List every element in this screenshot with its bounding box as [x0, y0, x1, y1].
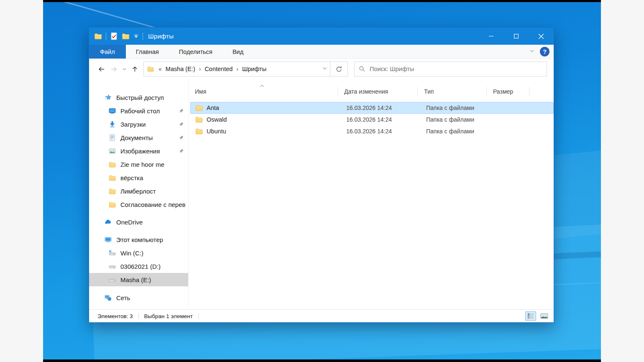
thumbnail-view-button[interactable]: [539, 311, 549, 321]
file-row-anta[interactable]: Anta 16.03.2026 14:24 Папка с файлами: [190, 102, 554, 114]
sidebar-item-label: OneDrive: [116, 219, 143, 226]
tab-home[interactable]: Главная: [126, 45, 169, 59]
close-button[interactable]: [529, 28, 554, 45]
onedrive-cloud-icon: [105, 219, 112, 226]
search-input[interactable]: [370, 66, 542, 72]
sidebar-item-label: Этот компьютер: [116, 236, 163, 243]
pictures-icon: [109, 148, 116, 155]
sidebar-item-label: Zie me hoor me: [120, 161, 164, 168]
tab-share[interactable]: Поделиться: [169, 45, 222, 59]
sidebar-item-onedrive[interactable]: OneDrive: [89, 215, 188, 229]
file-modified: 16.03.2026 14:24: [340, 116, 420, 123]
file-type: Папка с файлами: [420, 116, 489, 123]
selection-count: Выбран 1 элемент: [144, 313, 193, 319]
sidebar-item-label: Рабочий стол: [120, 107, 160, 115]
view-toggle-buttons: [525, 311, 549, 321]
ribbon-tab-strip: Файл Главная Поделиться Вид ?: [89, 45, 554, 59]
column-header-name[interactable]: Имя: [189, 87, 338, 96]
sidebar-item-documents[interactable]: Документы: [89, 131, 188, 144]
maximize-button[interactable]: [503, 28, 529, 45]
breadcrumb-drive[interactable]: Masha (E:): [164, 66, 197, 72]
sidebar-item-drive-e[interactable]: Masha (E:): [89, 273, 188, 286]
column-header-size[interactable]: Размер: [487, 87, 529, 96]
sidebar-item-folder[interactable]: Лимберлост: [89, 184, 188, 198]
sidebar-item-folder[interactable]: Согласование с перев: [89, 198, 188, 211]
address-dropdown-chevron-icon[interactable]: [322, 66, 327, 72]
ribbon-right-controls: ?: [529, 45, 549, 59]
forward-button[interactable]: [107, 63, 120, 75]
breadcrumb-current[interactable]: Шрифты: [240, 66, 268, 72]
breadcrumb-folder[interactable]: Contented: [203, 66, 234, 72]
items-count: Элементов: 3: [97, 313, 133, 319]
tab-view[interactable]: Вид: [222, 45, 253, 59]
refresh-button[interactable]: [330, 62, 348, 76]
window-content: Быстрый доступ Рабочий стол Загрузки: [89, 79, 554, 309]
quick-access-star-icon: [105, 94, 112, 101]
column-header-label: Дата изменения: [344, 88, 388, 95]
pin-icon: [179, 135, 184, 142]
sidebar-item-label: Документы: [120, 134, 153, 141]
folder-icon: [109, 161, 116, 168]
file-modified: 16.03.2026 14:24: [340, 105, 420, 111]
sidebar-item-desktop[interactable]: Рабочий стол: [89, 104, 188, 117]
address-bar-group: « Masha (E:) › Contented › Шрифты: [143, 61, 348, 76]
sidebar-item-drive-d[interactable]: 03062021 (D:): [89, 260, 188, 273]
desktop-icon: [109, 107, 116, 115]
sidebar-item-folder[interactable]: вёрстка: [89, 171, 188, 184]
help-button[interactable]: ?: [540, 47, 549, 56]
screenshot-stage: Шрифты Файл Главная Поделиться Вид: [0, 0, 644, 362]
file-row-oswald[interactable]: Oswald 16.03.2026 14:24 Папка с файлами: [190, 114, 554, 125]
file-type: Папка с файлами: [420, 128, 489, 135]
sidebar-item-label: Загрузки: [120, 121, 146, 128]
caption-buttons: [478, 28, 554, 45]
customize-toolbar-caret-icon[interactable]: [133, 33, 139, 39]
folder-icon: [195, 127, 203, 135]
sidebar-item-label: Win (C:): [120, 250, 143, 257]
tab-file[interactable]: Файл: [89, 45, 126, 59]
sidebar-item-label: вёрстка: [120, 174, 143, 181]
quick-access-toolbar: [89, 32, 143, 40]
up-button[interactable]: [128, 63, 141, 75]
column-header-type[interactable]: Тип: [418, 87, 487, 96]
back-button[interactable]: [95, 63, 107, 75]
address-bar[interactable]: « Masha (E:) › Contented › Шрифты: [144, 62, 330, 76]
sidebar-item-label: Изображения: [120, 148, 160, 155]
status-separator: [138, 313, 139, 319]
minimize-button[interactable]: [478, 28, 503, 45]
folder-icon: [195, 116, 203, 123]
sidebar-item-label: 03062021 (D:): [120, 263, 161, 270]
sidebar-item-downloads[interactable]: Загрузки: [89, 117, 188, 131]
explorer-window: Шрифты Файл Главная Поделиться Вид: [89, 27, 554, 323]
sidebar-item-quick-access[interactable]: Быстрый доступ: [89, 91, 188, 104]
folder-icon: [109, 201, 116, 208]
properties-check-icon[interactable]: [110, 32, 118, 40]
folder-icon: [109, 188, 116, 195]
sidebar-item-label: Masha (E:): [120, 276, 151, 283]
breadcrumb-separator: ›: [234, 66, 240, 72]
sidebar-item-label: Лимберлост: [120, 188, 156, 195]
sidebar-item-pictures[interactable]: Изображения: [89, 144, 188, 158]
search-box[interactable]: [354, 61, 547, 76]
sidebar-item-this-pc[interactable]: Этот компьютер: [89, 233, 188, 246]
sort-ascending-icon: [260, 82, 264, 89]
file-modified: 16.03.2026 14:24: [340, 128, 420, 135]
breadcrumb-overflow[interactable]: «: [156, 66, 164, 72]
details-view-button[interactable]: [525, 311, 536, 321]
drive-icon: [109, 276, 116, 283]
column-header-modified[interactable]: Дата изменения: [338, 87, 418, 96]
download-arrow-icon: [109, 121, 116, 128]
file-rows: Anta 16.03.2026 14:24 Папка с файлами Os…: [189, 102, 554, 137]
recent-locations-chevron-icon[interactable]: [120, 63, 128, 75]
new-folder-icon[interactable]: [122, 32, 130, 40]
toolbar-separator: [106, 33, 106, 40]
breadcrumb-separator: ›: [197, 66, 203, 72]
sidebar-item-drive-c[interactable]: Win (C:): [89, 246, 188, 260]
pin-icon: [179, 121, 184, 128]
column-header-label: Тип: [424, 88, 434, 95]
sidebar-item-folder[interactable]: Zie me hoor me: [89, 158, 188, 171]
column-header-label: Имя: [195, 88, 206, 95]
file-row-ubuntu[interactable]: Ubuntu 16.03.2026 14:24 Папка с файлами: [190, 125, 554, 137]
title-bar[interactable]: Шрифты: [89, 28, 554, 45]
expand-ribbon-chevron-icon[interactable]: [529, 48, 535, 56]
sidebar-item-network[interactable]: Сеть: [89, 291, 188, 304]
